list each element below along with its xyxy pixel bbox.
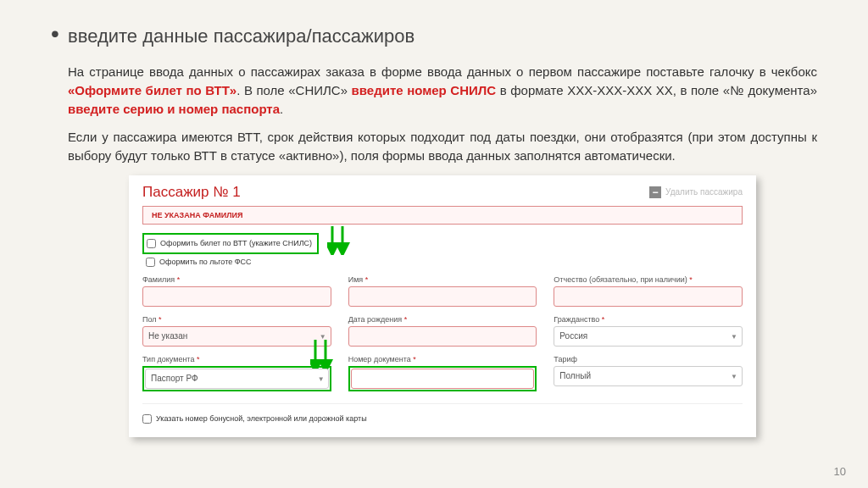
doctype-label: Тип документа *: [142, 355, 331, 363]
surname-input[interactable]: [142, 286, 331, 307]
fss-checkbox[interactable]: Оформить по льготе ФСС: [146, 258, 743, 267]
fss-checkbox-label: Оформить по льготе ФСС: [159, 258, 252, 266]
vtt-checkbox-label: Оформить билет по ВТТ (укажите СНИЛС): [160, 239, 312, 247]
vtt-checkbox-input[interactable]: [147, 239, 156, 248]
docnum-label: Номер документа *: [348, 355, 537, 363]
emphasis-vtt: «Оформите билет по ВТТ»: [68, 83, 236, 97]
gender-label: Пол *: [142, 315, 331, 324]
page-number: 10: [834, 465, 846, 478]
vtt-checkbox[interactable]: Оформить билет по ВТТ (укажите СНИЛС): [147, 239, 312, 248]
doctype-select[interactable]: [145, 369, 329, 389]
paragraph-1: На странице ввода данных о пассажирах за…: [68, 63, 817, 118]
gender-select[interactable]: [142, 326, 331, 347]
text: На странице ввода данных о пассажирах за…: [68, 64, 817, 79]
remove-passenger-button[interactable]: − Удалить пассажира: [649, 186, 743, 198]
name-label: Имя *: [348, 275, 537, 284]
paragraph-2: Если у пассажира имеются ВТТ, срок дейст…: [68, 128, 817, 165]
vtt-checkbox-highlight: Оформить билет по ВТТ (укажите СНИЛС): [142, 233, 319, 254]
citizenship-select[interactable]: [554, 326, 743, 347]
emphasis-snils: введите номер СНИЛС: [352, 83, 497, 97]
remove-label: Удалить пассажира: [665, 187, 743, 197]
highlight-arrow-icon: [327, 225, 351, 255]
tariff-select[interactable]: [554, 366, 743, 386]
docnum-highlight: [348, 366, 537, 391]
bonus-card-checkbox-input[interactable]: [142, 414, 152, 424]
dob-input[interactable]: [348, 326, 537, 347]
name-input[interactable]: [348, 286, 537, 307]
passenger-title: Пассажир № 1: [142, 184, 241, 201]
patronymic-input[interactable]: [554, 286, 743, 307]
passenger-form-screenshot: Пассажир № 1 − Удалить пассажира НЕ УКАЗ…: [129, 175, 756, 437]
citizenship-label: Гражданство *: [554, 315, 743, 324]
section-title: введите данные пассажира/пассажиров: [68, 25, 817, 47]
text: в формате ХХХ-ХХХ-ХХХ ХХ, в поле «№ доку…: [496, 83, 817, 97]
docnum-input[interactable]: [351, 369, 535, 389]
bonus-card-label: Указать номер бонусной, электронной или …: [156, 414, 367, 423]
tariff-label: Тариф: [554, 355, 743, 363]
text: .: [280, 102, 283, 116]
bonus-card-checkbox[interactable]: Указать номер бонусной, электронной или …: [142, 414, 743, 424]
emphasis-passport: введите серию и номер паспорта: [68, 102, 280, 116]
surname-label: Фамилия *: [142, 275, 331, 284]
minus-icon: −: [649, 186, 661, 198]
dob-label: Дата рождения *: [348, 315, 537, 324]
doctype-highlight: ▼: [142, 366, 331, 391]
text: . В поле «СНИЛС»: [236, 83, 351, 97]
fss-checkbox-input[interactable]: [146, 258, 155, 267]
error-banner: НЕ УКАЗАНА ФАМИЛИЯ: [142, 206, 743, 225]
patronymic-label: Отчество (обязательно, при наличии) *: [554, 275, 743, 284]
